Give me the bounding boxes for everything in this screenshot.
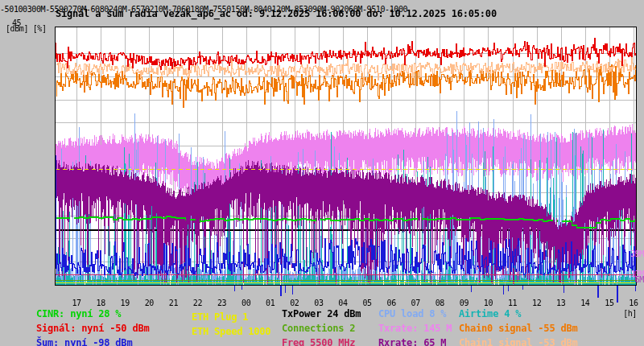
graph-window: Signál a šum radia vezak_ap6_ac od: 9.12… <box>0 0 644 346</box>
x-axis-tick: 07 <box>411 299 420 307</box>
legend-item: CPU load 8 % <box>378 308 446 319</box>
legend-item: Chain1 signal -53 dBm <box>459 337 578 346</box>
x-axis-tick: 13 <box>556 299 565 307</box>
x-axis-tick: 00 <box>242 299 250 307</box>
x-axis-tick: 19 <box>121 299 130 307</box>
x-axis-tick: 22 <box>193 299 202 307</box>
legend-item: Šum: nyní -98 dBm <box>36 337 132 346</box>
legend-item: Txrate: 145 M <box>378 323 452 334</box>
legend-item: ETH Speed 1000 <box>192 326 270 337</box>
legend-item: Rxrate: 65 M <box>378 337 446 346</box>
x-axis-tick: 10 <box>484 299 493 307</box>
x-axis-tick: 05 <box>362 299 371 307</box>
legend-item: Signál: nyní -50 dBm <box>36 323 150 334</box>
graph-title: Signál a šum radia vezak_ap6_ac od: 9.12… <box>56 8 497 19</box>
x-axis-tick: 21 <box>169 299 178 307</box>
y-axis-extra-tick: 39M <box>630 249 644 258</box>
y-axis-unit-label: [dBm] [%] <box>6 24 47 33</box>
legend-item: Chain0 signal -55 dBm <box>459 323 578 334</box>
x-axis-tick: 14 <box>580 299 589 307</box>
x-axis-tick: 11 <box>508 299 517 307</box>
x-axis-tick: 01 <box>266 299 275 307</box>
signal-noise-graph-canvas <box>0 0 644 346</box>
legend-item: TxPower 24 dBm <box>282 308 361 319</box>
x-axis-tick: 15 <box>605 299 613 307</box>
x-axis-tick: 04 <box>338 299 347 307</box>
x-axis-tick: 12 <box>532 299 541 307</box>
x-axis-tick: 16 <box>629 299 638 307</box>
legend-item: CINR: nyní 28 % <box>36 308 121 319</box>
x-axis-tick: 18 <box>97 299 105 307</box>
legend-item: Freq 5500 MHz <box>282 337 355 346</box>
x-axis-tick: 08 <box>436 299 444 307</box>
legend-item: Connections 2 <box>282 323 355 334</box>
x-axis-tick: 17 <box>72 299 80 307</box>
x-axis-tick: 02 <box>290 299 299 307</box>
x-axis-tick: 20 <box>145 299 154 307</box>
x-axis-tick: 09 <box>460 299 469 307</box>
x-axis-tick: 03 <box>314 299 323 307</box>
x-axis-tick: 06 <box>387 299 396 307</box>
y-axis-extra-tick: 6M <box>635 275 644 284</box>
x-axis-unit-label: [h] <box>623 309 637 318</box>
legend-item: Airtime 4 % <box>459 308 521 319</box>
x-axis-tick: 23 <box>217 299 226 307</box>
legend-item: ETH Plug 1 <box>192 311 248 323</box>
